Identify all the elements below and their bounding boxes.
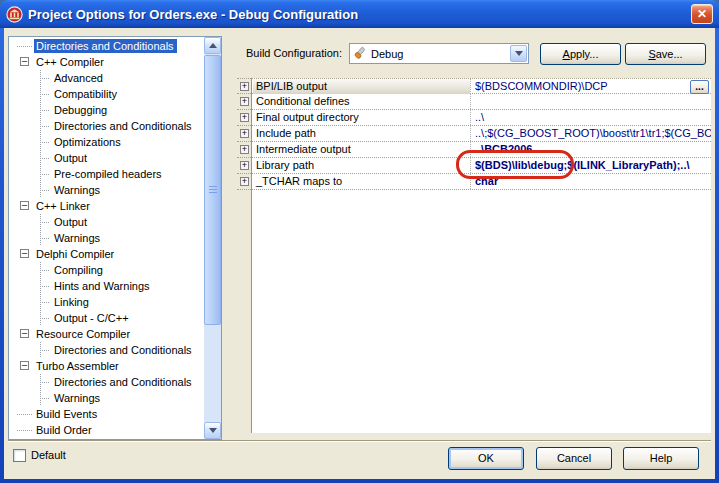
tree-item-hints-and-warnings[interactable]: Hints and Warnings <box>9 278 204 294</box>
grid-row-final-output-directory[interactable]: +Final output directory..\ <box>237 110 711 126</box>
tree-item-directories-and-conditionals[interactable]: Directories and Conditionals <box>9 342 204 358</box>
tree-item-c-compiler[interactable]: –C++ Compiler <box>9 54 204 70</box>
grid-row-include-path[interactable]: +Include path..\;$(CG_BOOST_ROOT)\boost\… <box>237 126 711 142</box>
tree-item-build-events[interactable]: Build Events <box>9 406 204 422</box>
tree-item-output[interactable]: Output <box>9 214 204 230</box>
app-icon <box>6 6 23 23</box>
property-name: Conditional defines <box>253 94 470 109</box>
tree-item-warnings[interactable]: Warnings <box>9 230 204 246</box>
property-value[interactable]: ..\;$(CG_BOOST_ROOT)\boost\tr1\tr1;$(CG_… <box>470 126 711 141</box>
build-configuration-value: Debug <box>371 48 509 60</box>
default-checkbox[interactable] <box>13 449 26 462</box>
apply-button[interactable]: Apply... <box>540 43 621 65</box>
tree-item-c-linker[interactable]: –C++ Linker <box>9 198 204 214</box>
tree-connector-stub <box>40 222 50 223</box>
tree-collapse-icon[interactable]: – <box>20 361 29 370</box>
tree-item-linking[interactable]: Linking <box>9 294 204 310</box>
property-name: Include path <box>253 126 470 141</box>
help-button[interactable]: Help <box>623 447 699 470</box>
grid-expand-icon[interactable]: + <box>240 177 249 186</box>
property-name: Library path <box>253 158 470 173</box>
tree-item-directories-and-conditionals[interactable]: Directories and Conditionals <box>9 38 204 54</box>
combo-dropdown-button[interactable] <box>510 45 527 62</box>
property-value[interactable] <box>470 94 711 109</box>
scroll-up-button[interactable] <box>204 37 221 54</box>
tree-item-label: Advanced <box>52 71 106 85</box>
tree-item-warnings[interactable]: Warnings <box>9 390 204 406</box>
build-configuration-label: Build Configuration: <box>246 43 342 64</box>
grid-row-bpi-lib-output[interactable]: +BPI/LIB output$(BDSCOMMONDIR)\DCP... <box>237 78 711 94</box>
scroll-down-button[interactable] <box>204 422 221 439</box>
property-value[interactable]: ..\ <box>470 110 711 125</box>
arrow-down-icon <box>209 428 217 437</box>
grid-row-tchar-maps-to[interactable]: +_TCHAR maps tochar <box>237 174 711 190</box>
title-bar[interactable]: Project Options for Orders.exe - Debug C… <box>0 0 719 28</box>
tree-item-advanced[interactable]: Advanced <box>9 70 204 86</box>
tree-item-label: Directories and Conditionals <box>34 39 177 53</box>
options-tree-panel: Directories and Conditionals–C++ Compile… <box>8 36 222 440</box>
tree-item-pre-compiled-headers[interactable]: Pre-compiled headers <box>9 166 204 182</box>
tree-connector-stub <box>40 190 50 191</box>
property-value[interactable]: $(BDS)\lib\debug;$(ILINK_LibraryPath);..… <box>470 158 711 173</box>
cancel-button[interactable]: Cancel <box>536 447 612 470</box>
build-configuration-combo[interactable]: Debug <box>349 43 529 64</box>
scrollbar-thumb[interactable] <box>204 55 221 325</box>
grid-expand-icon[interactable]: + <box>240 129 249 138</box>
tree-scrollbar[interactable] <box>204 37 221 439</box>
property-value[interactable]: ..\BCB2006 <box>470 142 711 157</box>
tree-item-label: Build Order <box>34 423 95 437</box>
tree-item-compiling[interactable]: Compiling <box>9 262 204 278</box>
tree-item-directories-and-conditionals[interactable]: Directories and Conditionals <box>9 374 204 390</box>
tree-item-label: Output <box>52 151 90 165</box>
tree-item-label: Output - C/C++ <box>52 311 132 325</box>
tree-item-debugging[interactable]: Debugging <box>9 102 204 118</box>
grid-row-conditional-defines[interactable]: +Conditional defines <box>237 94 711 110</box>
grid-row-intermediate-output[interactable]: +Intermediate output..\BCB2006 <box>237 142 711 158</box>
property-name: Intermediate output <box>253 142 470 157</box>
close-button[interactable]: ✕ <box>691 4 713 24</box>
tree-item-label: Warnings <box>52 231 103 245</box>
tree-item-compatibility[interactable]: Compatibility <box>9 86 204 102</box>
property-grid: +BPI/LIB output$(BDSCOMMONDIR)\DCP...+Co… <box>237 78 711 433</box>
property-value[interactable]: char <box>470 174 711 189</box>
tree-collapse-icon[interactable]: – <box>20 329 29 338</box>
tree-item-warnings[interactable]: Warnings <box>9 182 204 198</box>
tree-item-delphi-compiler[interactable]: –Delphi Compiler <box>9 246 204 262</box>
tree-collapse-icon[interactable]: – <box>20 249 29 258</box>
ellipsis-button[interactable]: ... <box>690 80 709 94</box>
chevron-down-icon <box>515 51 523 60</box>
tree-collapse-icon[interactable]: – <box>20 57 29 66</box>
save-button[interactable]: Save... <box>625 43 706 65</box>
tree-item-label: Output <box>52 215 90 229</box>
tree-connector-stub <box>40 110 50 111</box>
property-value[interactable]: $(BDSCOMMONDIR)\DCP <box>470 79 711 94</box>
tree-item-resource-compiler[interactable]: –Resource Compiler <box>9 326 204 342</box>
window-title: Project Options for Orders.exe - Debug C… <box>28 7 691 22</box>
tree-item-build-order[interactable]: Build Order <box>9 422 204 438</box>
project-options-dialog: Project Options for Orders.exe - Debug C… <box>0 0 719 483</box>
tree-item-label: Linking <box>52 295 92 309</box>
ok-button[interactable]: OK <box>448 447 524 470</box>
grid-expand-icon[interactable]: + <box>240 97 249 106</box>
tree-item-turbo-assembler[interactable]: –Turbo Assembler <box>9 358 204 374</box>
default-checkbox-label[interactable]: Default <box>31 448 66 463</box>
tree-item-label: Compatibility <box>52 87 120 101</box>
grid-row-library-path[interactable]: +Library path$(BDS)\lib\debug;$(ILINK_Li… <box>237 158 711 174</box>
grid-expand-icon[interactable]: + <box>240 82 249 91</box>
tree-item-output-c-c[interactable]: Output - C/C++ <box>9 310 204 326</box>
tree-connector-stub <box>40 398 50 399</box>
tree-item-directories-and-conditionals[interactable]: Directories and Conditionals <box>9 118 204 134</box>
tree-item-label: Turbo Assembler <box>34 359 122 373</box>
grid-expand-icon[interactable]: + <box>240 113 249 122</box>
tree-connector-stub <box>40 382 50 383</box>
dialog-client-area: Directories and Conditionals–C++ Compile… <box>4 28 715 479</box>
tree-collapse-icon[interactable]: – <box>20 201 29 210</box>
tree-item-label: Warnings <box>52 391 103 405</box>
grid-expand-icon[interactable]: + <box>240 161 249 170</box>
property-name: Final output directory <box>253 110 470 125</box>
tree-item-optimizations[interactable]: Optimizations <box>9 134 204 150</box>
arrow-up-icon <box>209 39 217 48</box>
tree-item-output[interactable]: Output <box>9 150 204 166</box>
tree-item-label: Debugging <box>52 103 110 117</box>
grid-expand-icon[interactable]: + <box>240 145 249 154</box>
